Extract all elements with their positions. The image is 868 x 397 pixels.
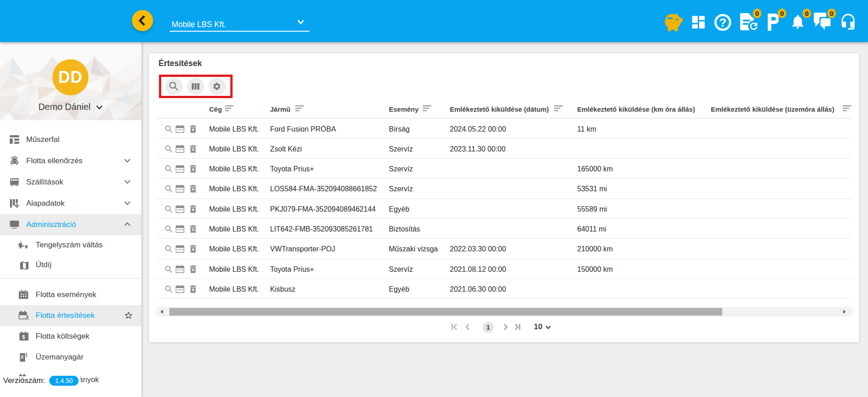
svg-text:$: $	[22, 334, 25, 340]
svg-text:?: ?	[719, 16, 727, 29]
svg-text:F: F	[21, 354, 24, 360]
